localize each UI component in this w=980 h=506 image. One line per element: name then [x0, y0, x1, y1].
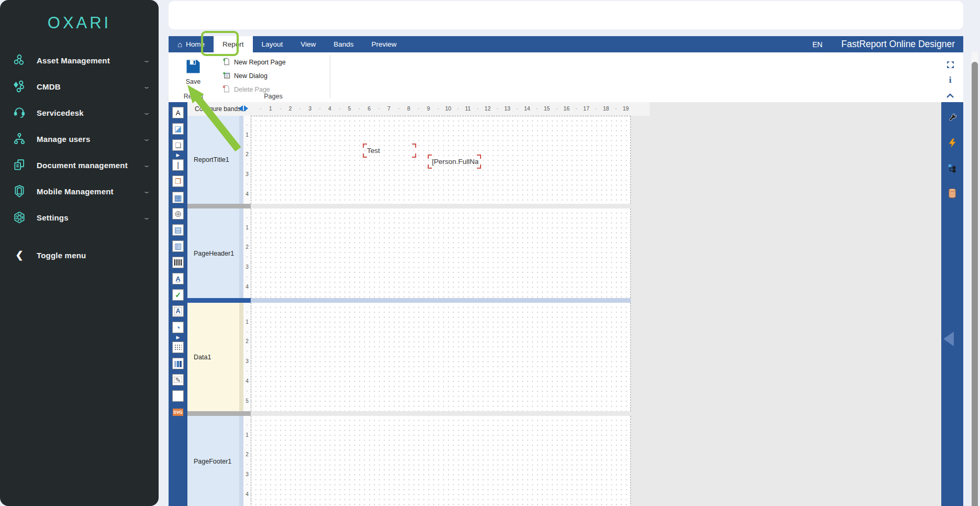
oxari-logo: OXARI [0, 14, 159, 32]
ruler-number: 19 [622, 105, 629, 112]
tab-layout[interactable]: Layout [253, 36, 292, 52]
svg-icon[interactable]: SVG [172, 406, 184, 418]
line-icon[interactable]: | [172, 159, 184, 171]
sidebar-item-manage-users[interactable]: Manage users ⌄ [0, 126, 159, 152]
shapes-flyout-arrow-icon[interactable]: ▶ [175, 153, 181, 157]
fullscreen-icon[interactable] [944, 59, 956, 70]
dot-matrix-icon[interactable] [172, 342, 184, 353]
band-label-data1[interactable]: Data1 [187, 303, 239, 411]
tab-report[interactable]: Report [214, 36, 253, 52]
rich-text-icon[interactable]: A̲ [172, 273, 184, 284]
band-pageheader1: PageHeader1 1·2·3·4· [187, 208, 631, 298]
sidebar-item-mobile-management[interactable]: Mobile Management ⌄ [0, 178, 159, 204]
ruler-number: 2 [243, 244, 251, 250]
checkbox-icon[interactable]: ✓ [172, 289, 184, 301]
new-dialog-button[interactable]: New Dialog [218, 69, 328, 83]
shapes-icon[interactable]: ❏ [172, 139, 184, 151]
ruler-number: 3 [308, 105, 311, 112]
ruler-number: 2 [243, 338, 251, 344]
report-tree-icon[interactable] [946, 162, 959, 174]
band-scroll-arrows[interactable] [239, 105, 248, 112]
text-in-border-icon[interactable]: A [172, 305, 184, 317]
gauge-flyout-arrow-icon[interactable]: ▶ [175, 335, 181, 339]
events-lightning-icon[interactable] [946, 137, 959, 149]
tab-preview[interactable]: Preview [362, 36, 405, 52]
ruler-number: 4 [328, 105, 331, 112]
save-button[interactable]: Save [178, 59, 208, 85]
ruler-number: 17 [583, 105, 589, 112]
band-label-reporttitle1[interactable]: ReportTitle1 [187, 116, 239, 204]
page-scrollbar-thumb[interactable] [972, 62, 978, 506]
picture-icon[interactable]: ◪ [172, 123, 184, 135]
mobile-management-icon [12, 183, 27, 199]
map-icon[interactable]: ⊕ [172, 208, 184, 219]
chevron-down-icon: ⌄ [142, 188, 151, 195]
tab-label: Preview [371, 40, 396, 48]
band-separator[interactable] [187, 411, 631, 416]
toggle-menu-button[interactable]: ❮ Toggle menu [0, 242, 159, 268]
sidebar-item-label: Mobile Management [37, 187, 114, 196]
text-icon[interactable]: A [172, 107, 184, 118]
ruler-number: 10 [445, 105, 451, 112]
ruler-number: 4 [243, 284, 251, 290]
properties-wrench-icon[interactable] [946, 112, 959, 124]
gauge-icon[interactable]: ◔ [172, 322, 184, 333]
ruler-number: 9 [427, 105, 430, 112]
sidebar-item-servicedesk[interactable]: Servicedesk ⌄ [0, 100, 159, 126]
language-selector[interactable]: EN [812, 40, 822, 49]
report-designer: A◪❏▶|❐▦⊕▤▥A̲✓A◔▶✎SVG Configure bands... … [169, 102, 963, 506]
collapse-ribbon-icon[interactable] [944, 90, 956, 102]
advanced-matrix-icon[interactable]: ▥ [172, 240, 184, 252]
sidebar-item-asset-management[interactable]: Asset Management ⌄ [0, 47, 159, 73]
band-label-pageheader1[interactable]: PageHeader1 [187, 208, 239, 298]
ruler-number: 1 [243, 225, 251, 230]
tab-bands[interactable]: Bands [325, 36, 362, 52]
band-canvas-pagefooter1[interactable] [251, 416, 631, 506]
band-separator[interactable] [187, 204, 631, 208]
scroll-left-icon[interactable] [239, 105, 243, 112]
new-report-page-button[interactable]: New Report Page [218, 56, 328, 69]
panel-collapse-arrow-icon[interactable] [943, 332, 954, 346]
right-tool-strip [941, 102, 963, 506]
chevron-down-icon: ⌄ [142, 161, 151, 169]
sidebar: OXARI Asset Management ⌄ CMDB ⌄ Serviced… [0, 0, 159, 506]
barcode-icon[interactable] [172, 257, 184, 268]
sidebar-item-label: Document management [37, 161, 128, 170]
html-icon[interactable] [172, 390, 184, 402]
band-gutter [239, 303, 243, 411]
info-icon[interactable]: i [944, 74, 956, 86]
ruler-number: 16 [563, 105, 570, 112]
data-source-icon[interactable] [946, 187, 959, 200]
band-canvas-pageheader1[interactable] [251, 208, 631, 298]
report-object-text: [Person.FullNa [432, 157, 478, 167]
scroll-right-icon[interactable] [244, 105, 248, 112]
app-title: FastReport Online Designer [841, 39, 955, 50]
matrix-icon[interactable]: ▤ [172, 224, 184, 236]
sidebar-item-settings[interactable]: Settings ⌄ [0, 204, 159, 230]
sidebar-item-label: Asset Management [37, 56, 110, 65]
configure-bands-button[interactable]: Configure bands... [187, 105, 246, 113]
page-header-bar [169, 1, 963, 29]
tab-home[interactable]: ⌂Home [169, 36, 214, 52]
ruler-number: 1 [243, 319, 251, 325]
pages-group: New Report Page New Dialog Delete Page [218, 56, 328, 96]
report-object-text[interactable]: Test [364, 145, 415, 156]
chevron-down-icon: ⌄ [142, 214, 151, 221]
chart-icon[interactable] [172, 358, 184, 369]
tab-label: Report [222, 40, 244, 48]
toggle-menu-label: Toggle menu [37, 251, 86, 260]
band-canvas-data1[interactable] [251, 303, 631, 411]
tab-view[interactable]: View [292, 36, 325, 52]
signature-icon[interactable]: ✎ [172, 374, 184, 386]
subreport-icon[interactable]: ❐ [172, 175, 184, 187]
band-label-pagefooter1[interactable]: PageFooter1 [187, 416, 239, 506]
ruler-number: 3 [243, 471, 251, 477]
vertical-ruler: 1·2·3·4· [243, 116, 251, 204]
report-object-data-field[interactable]: [Person.FullNa [429, 156, 480, 167]
sidebar-item-document-management[interactable]: Document management ⌄ [0, 152, 159, 178]
table-icon[interactable]: ▦ [172, 192, 184, 203]
sidebar-item-cmdb[interactable]: CMDB ⌄ [0, 73, 159, 100]
band-separator[interactable] [187, 298, 631, 303]
pages-group-label: Pages [218, 93, 328, 100]
asset-management-icon [12, 52, 27, 68]
